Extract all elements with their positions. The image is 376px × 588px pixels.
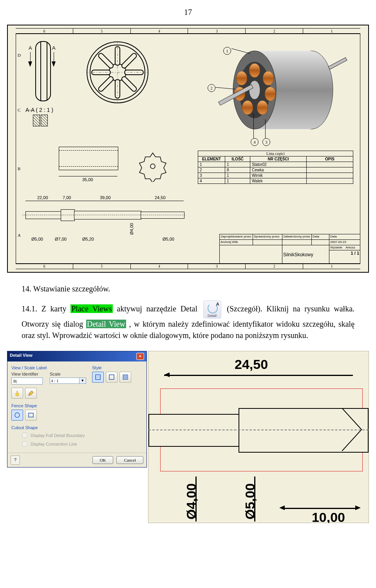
table-row: 31Wirnik (198, 173, 353, 178)
shaft-view (25, 209, 182, 220)
svg-rect-4 (121, 52, 137, 69)
dropdown-arrow-icon[interactable]: ▾ (80, 378, 86, 384)
text-run: 14.1. Z karty (22, 304, 70, 313)
parts-list: Lista części ELEMENT ILOŚĆ NR CZĘŚCI OPI… (198, 151, 353, 184)
dimension-value: Ø5,00 (31, 237, 43, 241)
dimension-value: Ø5,00 (163, 237, 174, 241)
row-label: A (18, 233, 21, 237)
detail-tool-icon: Detail (203, 300, 221, 318)
cancel-button[interactable]: Cancel (116, 456, 143, 464)
parts-list-table: ELEMENT ILOŚĆ NR CZĘŚCI OPIS 11Stator02 … (198, 156, 353, 184)
dimension-line (141, 201, 184, 201)
svg-point-22 (242, 101, 253, 115)
dimension-value: Ø7,00 (55, 237, 67, 241)
highlight-green: Place Views (70, 304, 112, 313)
dialog-titlebar: Detail View × (7, 351, 146, 361)
dimension-value: Ø5,00 (242, 483, 258, 520)
checkbox-input[interactable] (22, 441, 27, 446)
svg-point-18 (249, 63, 260, 77)
dimension-value: Ø4,00 (129, 223, 134, 235)
section-arrow-label: A (52, 45, 56, 51)
dimension-line (59, 176, 118, 176)
checkbox-connection-line[interactable]: Display Connection Line (21, 440, 143, 448)
toggle-label-visibility-button[interactable] (11, 388, 23, 399)
help-button[interactable]: ? (11, 455, 20, 465)
checkbox-label: Display Connection Line (31, 442, 77, 446)
dimension-value: Ø4,00 (184, 483, 199, 520)
table-header: ELEMENT (198, 156, 225, 162)
svg-point-24 (236, 71, 247, 85)
field-label: Scale (50, 372, 86, 376)
svg-rect-10 (98, 52, 114, 69)
svg-rect-29 (17, 391, 18, 392)
svg-point-25 (249, 81, 260, 99)
svg-rect-27 (328, 58, 347, 70)
dimension-line (61, 201, 74, 201)
ruler-cell: 4 (131, 264, 188, 269)
svg-point-20 (265, 87, 276, 101)
balloon: 2 (208, 84, 215, 92)
section-heading: 14. Wstawianie szczegółów. (22, 284, 354, 293)
scale-select[interactable] (50, 378, 80, 384)
style-hidden-lines-button[interactable] (92, 372, 104, 383)
dimension-value: Ø5,20 (82, 237, 94, 241)
table-header: OPIS (307, 156, 353, 162)
dialog-figure: Detail View × View / Scale Label View Id… (7, 351, 369, 523)
arrow-icon (28, 61, 32, 67)
ruler-bottom: 6 5 4 3 2 1 (16, 263, 360, 269)
edit-label-button[interactable] (25, 388, 37, 399)
title-block: Zaprojektowane przez Sprawdzony przez Za… (219, 234, 360, 264)
dimension-value: 35,00 (82, 177, 93, 182)
section-arrow-label: A (29, 45, 32, 51)
checkbox-full-boundary[interactable]: Display Full Detail Boundary (21, 432, 143, 439)
ruler-cell: 1 (303, 264, 360, 269)
rotor-gear-view (137, 151, 168, 182)
row-label: C (18, 108, 20, 112)
ruler-cell: 3 (188, 264, 246, 269)
dialog-title-text: Detail View (10, 353, 33, 360)
close-button[interactable]: × (136, 353, 144, 360)
row-label: D (18, 53, 21, 58)
dimension-value: 10,00 (312, 510, 345, 523)
ok-button[interactable]: OK (92, 456, 114, 464)
ruler-cell: 2 (246, 264, 303, 269)
technical-drawing-figure: 6 5 4 3 2 1 6 5 4 3 2 1 D C B A A A A-A … (7, 25, 369, 273)
section-hatch (33, 115, 40, 126)
checkbox-input[interactable] (22, 433, 27, 438)
detail-view-dialog: Detail View × View / Scale Label View Id… (7, 351, 147, 468)
table-header: NR CZĘŚCI (250, 156, 307, 162)
balloon: 1 (223, 47, 231, 55)
svg-rect-6 (121, 76, 137, 92)
svg-point-34 (15, 413, 20, 417)
style-shaded-button[interactable] (119, 372, 131, 383)
ruler-cell: 5 (73, 264, 131, 269)
ruler-cell: 6 (16, 264, 73, 269)
dimension-value: 7,00 (63, 195, 71, 200)
table-row: 11Stator02 (198, 162, 353, 167)
field-label: View Identifier (11, 372, 43, 376)
svg-point-19 (263, 71, 274, 85)
balloon: 3 (262, 138, 270, 146)
dimension-value: 22,00 (37, 195, 48, 200)
group-label: Cutout Shape (11, 425, 143, 430)
dimension-value: 39,00 (100, 195, 111, 200)
view-identifier-input[interactable] (11, 378, 43, 385)
table-row: 28Cewka (198, 167, 353, 173)
fence-circle-button[interactable] (11, 410, 23, 421)
isometric-render (212, 39, 352, 150)
style-no-hidden-button[interactable] (106, 372, 118, 383)
slot-view (35, 41, 51, 101)
svg-rect-35 (29, 413, 33, 417)
section-hatch (41, 115, 48, 126)
parts-list-caption: Lista części (198, 151, 353, 156)
arrow-icon (52, 61, 56, 67)
instruction-paragraph: 14.1. Z karty Place Views aktywuj narzęd… (22, 300, 354, 341)
dimension-value: 24,50 (235, 357, 268, 372)
dimension-line (74, 201, 141, 201)
dimension-line (25, 201, 61, 201)
svg-point-28 (16, 393, 19, 396)
section-label: A-A ( 2 : 1 ) (25, 107, 53, 113)
page-number: 17 (0, 8, 376, 17)
leader-line (265, 119, 266, 138)
fence-rect-button[interactable] (25, 410, 37, 421)
